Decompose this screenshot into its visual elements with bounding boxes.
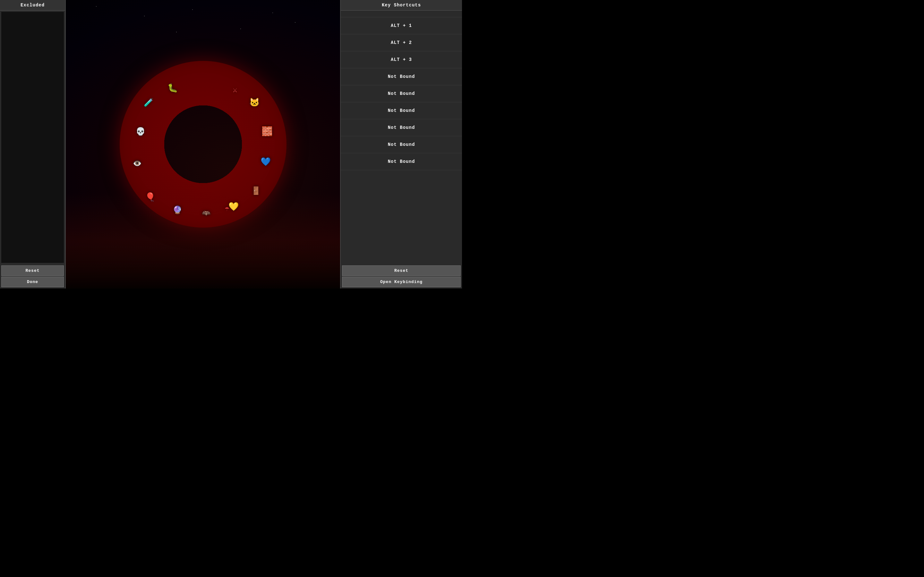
wheel-area: 🐛 ⚔️ 🐱 🧱 💙 🚪 💛 🦇 ☂️ 🔮 🎈 👁️ 💀 🧪 (66, 0, 340, 288)
shortcut-item-7[interactable]: Not Bound (341, 119, 462, 136)
wheel-item-umbrella[interactable]: ☂️ (219, 200, 236, 217)
done-button[interactable]: Done (1, 277, 64, 287)
wheel-item-bat[interactable]: 🦇 (198, 205, 215, 221)
wheel-item-balloon[interactable]: 🎈 (142, 189, 158, 205)
open-keybinding-button[interactable]: Open Keybinding (342, 277, 461, 287)
shortcut-item-5[interactable]: Not Bound (341, 85, 462, 102)
left-panel-buttons: Reset Done (0, 264, 65, 288)
wheel-item-bug[interactable]: 🐛 (164, 80, 181, 97)
shortcut-item-9[interactable]: Not Bound (341, 153, 462, 170)
excluded-reset-button[interactable]: Reset (1, 266, 64, 276)
excluded-panel: Excluded Reset Done (0, 0, 66, 288)
right-panel-buttons: Reset Open Keybinding (341, 264, 462, 288)
wheel-item-eye[interactable]: 👁️ (129, 155, 145, 172)
wheel-item-heart[interactable]: 💙 (257, 153, 274, 170)
shortcuts-panel-title: Key Shortcuts (341, 0, 462, 11)
shortcut-item-4[interactable]: Not Bound (341, 68, 462, 85)
shortcut-item-6[interactable]: Not Bound (341, 102, 462, 119)
shortcuts-list: ALT + 1ALT + 2ALT + 3Not BoundNot BoundN… (341, 11, 462, 264)
shortcuts-panel: Key Shortcuts ALT + 1ALT + 2ALT + 3Not B… (340, 0, 462, 288)
wheel-item-potion[interactable]: 🧪 (140, 94, 157, 111)
excluded-content-area (1, 12, 64, 263)
shortcuts-reset-button[interactable]: Reset (342, 266, 461, 276)
shortcut-item-2[interactable]: ALT + 2 (341, 34, 462, 51)
wheel-item-orb[interactable]: 🔮 (169, 201, 186, 218)
radial-wheel: 🐛 ⚔️ 🐱 🧱 💙 🚪 💛 🦇 ☂️ 🔮 🎈 👁️ 💀 🧪 (120, 61, 286, 227)
wheel-item-creeper[interactable]: 💀 (132, 123, 149, 140)
wheel-item-sword[interactable]: ⚔️ (227, 81, 244, 98)
wheel-item-cat[interactable]: 🐱 (246, 94, 263, 111)
wheel-item-player-head[interactable]: 🧱 (259, 123, 276, 140)
wheel-item-gate[interactable]: 🚪 (248, 182, 264, 199)
shortcut-item-3[interactable]: ALT + 3 (341, 51, 462, 68)
shortcut-item-1[interactable]: ALT + 1 (341, 17, 462, 34)
excluded-panel-title: Excluded (0, 0, 65, 11)
shortcut-item-8[interactable]: Not Bound (341, 136, 462, 153)
